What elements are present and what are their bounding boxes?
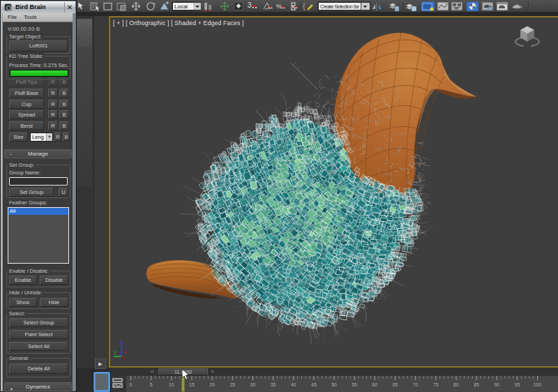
svg-text:y: y	[114, 349, 116, 355]
svg-text:{: {	[303, 2, 306, 10]
svg-text:Create Selection Se: Create Selection Se	[320, 4, 359, 9]
svg-text:45: 45	[311, 382, 317, 387]
svg-text:25: 25	[229, 382, 235, 387]
svg-text:x: x	[124, 349, 127, 354]
svg-text:20: 20	[209, 382, 215, 387]
svg-text:60: 60	[372, 382, 378, 387]
svg-text:80: 80	[453, 382, 459, 387]
svg-text:65: 65	[393, 382, 398, 387]
svg-text:3: 3	[248, 1, 252, 9]
svg-text:Local: Local	[174, 3, 188, 10]
svg-text:15: 15	[189, 382, 195, 387]
svg-text:10: 10	[169, 382, 174, 387]
svg-text:0: 0	[130, 382, 133, 387]
svg-text:75: 75	[433, 382, 439, 387]
svg-text:40: 40	[291, 382, 296, 387]
svg-text:%: %	[276, 3, 282, 10]
svg-text:85: 85	[474, 382, 479, 387]
svg-text:35: 35	[271, 382, 276, 387]
svg-text:70: 70	[413, 382, 418, 387]
svg-text:95: 95	[515, 382, 520, 387]
svg-text:90: 90	[494, 382, 499, 387]
svg-text:5: 5	[150, 382, 153, 387]
svg-text:100: 100	[534, 382, 542, 387]
svg-text:50: 50	[331, 382, 337, 387]
svg-text:55: 55	[352, 382, 357, 387]
svg-text:30: 30	[250, 382, 256, 387]
